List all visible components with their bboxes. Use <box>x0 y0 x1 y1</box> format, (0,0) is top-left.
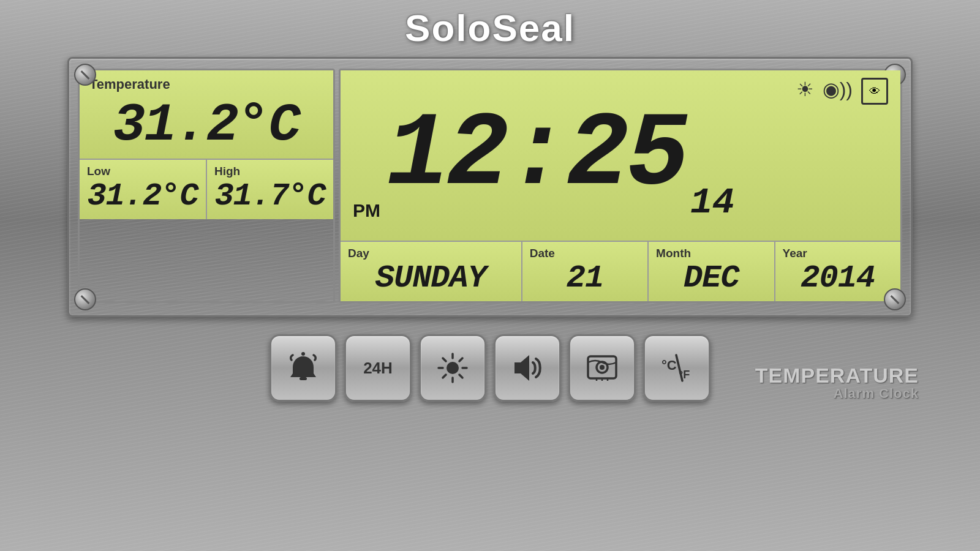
24h-button[interactable]: 24H <box>344 334 412 402</box>
svg-line-9 <box>459 358 462 361</box>
svg-line-8 <box>459 375 462 378</box>
year-cell: Year 2014 <box>775 242 900 301</box>
app-brand: TEMPERATURE Alarm Clock <box>755 365 919 402</box>
brand-temperature: TEMPERATURE <box>755 365 919 386</box>
svg-point-2 <box>447 362 459 374</box>
clock-main: ☀ ◉)) 👁 PM 12:25 14 <box>341 70 900 242</box>
clock-period: PM <box>353 200 380 234</box>
year-value: 2014 <box>783 260 893 296</box>
temp-low-label: Low <box>87 165 198 178</box>
alarm-button[interactable] <box>270 334 337 402</box>
sound-button[interactable] <box>494 334 561 402</box>
clock-icons: ☀ ◉)) 👁 <box>796 78 888 105</box>
screw-bottom-right <box>884 288 906 310</box>
top-row: Temperature 31.2°C Low 31.2°C High 31.7°… <box>78 69 902 303</box>
display-icon: 👁 <box>861 78 888 105</box>
day-value: SUNDAY <box>348 260 514 296</box>
buttons-row: 24H <box>0 334 980 402</box>
24h-label: 24H <box>363 359 393 378</box>
date-value: 21 <box>530 260 640 296</box>
day-cell: Day SUNDAY <box>341 242 522 301</box>
temp-label: Temperature <box>89 77 323 92</box>
temp-high-value: 31.7°C <box>214 178 326 214</box>
clock-panel: ☀ ◉)) 👁 PM 12:25 14 Day SUNDAY Date <box>339 69 902 303</box>
svg-text:°F: °F <box>679 369 690 381</box>
app-title: SoloSeal <box>405 6 575 50</box>
date-label: Date <box>530 247 640 260</box>
svg-point-1 <box>301 352 305 356</box>
temp-main: Temperature 31.2°C <box>80 70 333 160</box>
sound-icon: ◉)) <box>823 78 853 105</box>
brightness-button[interactable] <box>419 334 486 402</box>
temp-low-high: Low 31.2°C High 31.7°C <box>80 160 333 219</box>
day-label: Day <box>348 247 514 260</box>
year-label: Year <box>783 247 893 260</box>
temp-low-cell: Low 31.2°C <box>80 160 207 219</box>
unit-button[interactable]: °C °F <box>643 334 710 402</box>
svg-text:°C: °C <box>662 358 677 373</box>
svg-rect-0 <box>300 377 307 380</box>
screw-top-left <box>74 64 96 86</box>
month-cell: Month DEC <box>649 242 775 301</box>
month-label: Month <box>656 247 766 260</box>
temp-current-value: 31.2°C <box>89 92 323 155</box>
clock-time: 12:25 <box>386 103 687 208</box>
brightness-icon: ☀ <box>796 78 814 105</box>
brand-subtitle: Alarm Clock <box>755 386 919 402</box>
temperature-panel: Temperature 31.2°C Low 31.2°C High 31.7°… <box>78 69 335 303</box>
temp-high-cell: High 31.7°C <box>207 160 333 219</box>
temp-low-value: 31.2°C <box>87 178 198 214</box>
date-cell: Date 21 <box>522 242 649 301</box>
temp-high-label: High <box>214 165 326 178</box>
svg-marker-11 <box>514 355 529 381</box>
screw-bottom-left <box>74 288 96 310</box>
date-row: Day SUNDAY Date 21 Month DEC Year 2014 <box>341 242 900 301</box>
clock-seconds: 14 <box>690 182 734 234</box>
main-panel: Temperature 31.2°C Low 31.2°C High 31.7°… <box>67 57 913 317</box>
svg-line-7 <box>443 358 446 361</box>
svg-line-10 <box>443 375 446 378</box>
svg-point-14 <box>600 365 605 370</box>
month-value: DEC <box>656 260 766 296</box>
display-button[interactable] <box>568 334 636 402</box>
